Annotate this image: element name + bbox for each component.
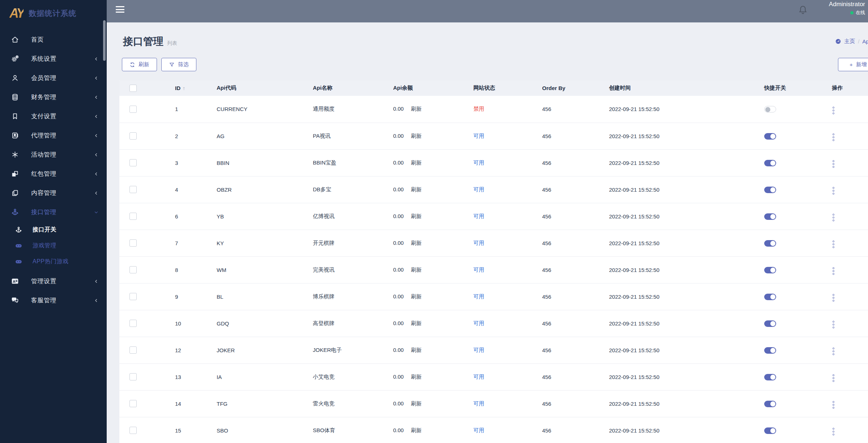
filter-button[interactable]: 筛选 <box>161 58 196 71</box>
sidebar-item-system-settings[interactable]: 系统设置 <box>0 49 107 68</box>
row-checkbox[interactable] <box>129 320 137 327</box>
quick-switch-toggle[interactable] <box>764 160 776 166</box>
sidebar-item-activity-management[interactable]: 活动管理 <box>0 145 107 164</box>
row-actions-button[interactable] <box>832 186 835 195</box>
row-actions-button[interactable] <box>832 267 835 276</box>
cell-created: 2022-09-21 15:52:50 <box>609 203 764 230</box>
breadcrumb-home-link[interactable]: 主页 <box>844 38 855 45</box>
quick-switch-toggle[interactable] <box>764 106 776 112</box>
menu-toggle-icon[interactable] <box>116 6 124 14</box>
sidebar-item-api-switch[interactable]: 接口开关 <box>0 222 107 238</box>
col-actions: 操作 <box>832 80 868 96</box>
row-actions-button[interactable] <box>832 159 835 169</box>
sidebar-item-payment-settings[interactable]: 支付设置 <box>0 107 107 126</box>
plus-icon: + <box>850 61 853 68</box>
cell-api-name: 高登棋牌 <box>313 310 393 337</box>
row-actions-button[interactable] <box>832 400 835 409</box>
row-checkbox[interactable] <box>129 159 137 166</box>
quick-switch-toggle[interactable] <box>764 320 776 327</box>
row-actions-button[interactable] <box>832 320 835 329</box>
row-checkbox[interactable] <box>129 346 137 354</box>
row-refresh-link[interactable]: 刷新 <box>411 186 422 192</box>
sidebar-item-app-hot-games[interactable]: APP热门游戏 <box>0 254 107 269</box>
add-button[interactable]: + 新增 <box>838 58 868 71</box>
select-all-checkbox[interactable] <box>129 85 137 92</box>
row-checkbox[interactable] <box>129 400 137 407</box>
row-actions-button[interactable] <box>832 240 835 249</box>
row-checkbox[interactable] <box>129 293 137 300</box>
chevron-left-icon <box>94 279 99 284</box>
notifications-bell-icon[interactable] <box>797 4 808 17</box>
row-refresh-link[interactable]: 刷新 <box>411 347 422 353</box>
sidebar-scrollbar[interactable] <box>103 20 106 61</box>
sidebar-item-redpacket-management[interactable]: 红包管理 <box>0 164 107 183</box>
row-checkbox[interactable] <box>129 106 137 113</box>
cell-id: 1 <box>175 96 217 123</box>
sidebar-item-home[interactable]: 首页 <box>0 30 107 49</box>
row-refresh-link[interactable]: 刷新 <box>411 106 422 112</box>
row-actions-button[interactable] <box>832 427 835 436</box>
row-refresh-link[interactable]: 刷新 <box>411 133 422 139</box>
row-checkbox[interactable] <box>129 132 137 140</box>
quick-switch-toggle[interactable] <box>764 427 776 434</box>
sidebar-item-member-management[interactable]: 会员管理 <box>0 68 107 88</box>
badge-icon <box>11 277 19 285</box>
cell-created: 2022-09-21 15:52:50 <box>609 390 764 417</box>
cell-api-code: OBZR <box>217 176 313 203</box>
row-refresh-link[interactable]: 刷新 <box>411 374 422 380</box>
cell-created: 2022-09-21 15:52:50 <box>609 96 764 123</box>
row-refresh-link[interactable]: 刷新 <box>411 427 422 433</box>
sidebar-item-finance-management[interactable]: 财务管理 <box>0 88 107 107</box>
cell-api-name: 开元棋牌 <box>313 230 393 256</box>
quick-switch-toggle[interactable] <box>764 401 776 407</box>
quick-switch-toggle[interactable] <box>764 213 776 220</box>
row-checkbox[interactable] <box>129 427 137 434</box>
row-actions-button[interactable] <box>832 374 835 383</box>
quick-switch-toggle[interactable] <box>764 267 776 273</box>
row-checkbox[interactable] <box>129 239 137 247</box>
cell-order-by: 456 <box>542 283 609 310</box>
sidebar-item-support-management[interactable]: 客服管理 <box>0 291 107 310</box>
row-refresh-link[interactable]: 刷新 <box>411 320 422 326</box>
row-actions-button[interactable] <box>832 347 835 356</box>
table-row: 6 YB 亿博视讯 0.00刷新 可用 456 2022-09-21 15:52… <box>119 203 868 230</box>
sidebar-item-agent-management[interactable]: 代理管理 <box>0 126 107 145</box>
quick-switch-toggle[interactable] <box>764 374 776 380</box>
idcard-icon <box>11 132 19 140</box>
cell-site-status: 可用 <box>473 176 542 203</box>
sidebar-item-content-management[interactable]: 内容管理 <box>0 183 107 203</box>
toolbar: 刷新 筛选 <box>122 58 196 71</box>
quick-switch-toggle[interactable] <box>764 347 776 354</box>
cell-api-code: IA <box>217 363 313 390</box>
row-checkbox[interactable] <box>129 186 137 193</box>
row-checkbox[interactable] <box>129 373 137 380</box>
cell-site-status: 可用 <box>473 123 542 149</box>
cell-id: 7 <box>175 230 217 256</box>
quick-switch-toggle[interactable] <box>764 133 776 140</box>
sidebar-item-game-management[interactable]: 游戏管理 <box>0 238 107 254</box>
quick-switch-toggle[interactable] <box>764 240 776 247</box>
sidebar-item-api-management[interactable]: 接口管理 <box>0 203 107 222</box>
row-refresh-link[interactable]: 刷新 <box>411 159 422 166</box>
row-checkbox[interactable] <box>129 213 137 220</box>
cell-api-balance: 0.00刷新 <box>393 203 473 230</box>
row-actions-button[interactable] <box>832 133 835 142</box>
col-id[interactable]: ID↑ <box>175 80 217 96</box>
row-actions-button[interactable] <box>832 213 835 222</box>
row-refresh-link[interactable]: 刷新 <box>411 240 422 246</box>
sidebar-item-admin-settings[interactable]: 管理设置 <box>0 272 107 291</box>
refresh-button[interactable]: 刷新 <box>122 58 157 71</box>
row-refresh-link[interactable]: 刷新 <box>411 213 422 219</box>
row-actions-button[interactable] <box>832 293 835 302</box>
row-checkbox[interactable] <box>129 266 137 273</box>
quick-switch-toggle[interactable] <box>764 187 776 193</box>
row-actions-button[interactable] <box>832 106 835 115</box>
row-refresh-link[interactable]: 刷新 <box>411 267 422 273</box>
sidebar-menu: 首页 系统设置 会员管理 财务管理 支付设置 代理管理 活动管理 红包管理 内容… <box>0 30 107 310</box>
sort-asc-icon[interactable]: ↑ <box>183 85 185 91</box>
row-refresh-link[interactable]: 刷新 <box>411 293 422 299</box>
quick-switch-toggle[interactable] <box>764 294 776 300</box>
user-name[interactable]: Administrator <box>829 1 865 8</box>
cell-api-code: JOKER <box>217 337 313 363</box>
row-refresh-link[interactable]: 刷新 <box>411 400 422 406</box>
